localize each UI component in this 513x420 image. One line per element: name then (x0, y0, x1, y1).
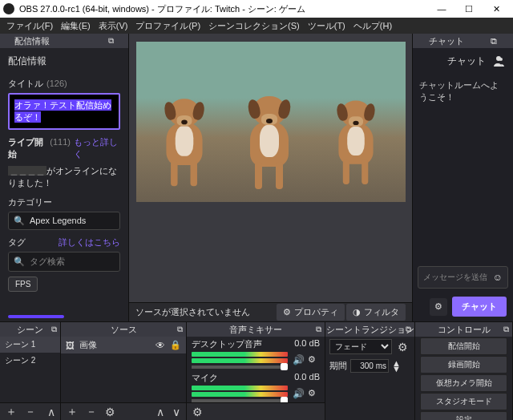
audio-meter (192, 352, 288, 357)
remove-source-button[interactable]: － (83, 405, 99, 419)
start-streaming-button[interactable]: 配信開始 (420, 337, 507, 355)
mute-button[interactable]: 🔊 (293, 354, 305, 365)
chat-dock-header[interactable]: チャット ⧉ (413, 34, 513, 48)
audio-mixer-dock: 音声ミキサー⧉ デスクトップ音声0.0 dB 🔊⚙ マイク0.0 dB (187, 322, 325, 420)
scene-up-button[interactable]: ∧ (45, 406, 58, 418)
preview-area: ソースが選択されていません ⚙プロパティ ◑フィルタ (129, 34, 412, 321)
visibility-toggle[interactable]: 👁 (156, 340, 165, 351)
preview-image (136, 42, 406, 202)
bottom-docks: シーン⧉ シーン 1 シーン 2 ＋ － ∧ ∨ ソース⧉ 🖼 画像 👁 🔒 ＋ (0, 321, 513, 420)
popout-icon[interactable]: ⧉ (316, 325, 321, 334)
category-input[interactable]: 🔍 Apex Legends (8, 212, 120, 230)
golive-notification-preview: ＿＿＿＿がオンラインになりました！ (8, 165, 120, 190)
obs-app-icon (3, 3, 14, 14)
menu-bar: ファイル(F) 編集(E) 表示(V) プロファイル(P) シーンコレクション(… (0, 18, 513, 34)
filters-button[interactable]: ◑フィルタ (346, 304, 406, 321)
popout-icon[interactable]: ⧉ (177, 325, 183, 334)
category-label: カテゴリー (8, 196, 120, 208)
start-recording-button[interactable]: 録画開始 (420, 356, 507, 374)
channel-settings-button[interactable]: ⚙ (308, 354, 316, 365)
studio-mode-button[interactable]: スタジオモード (420, 393, 507, 410)
chat-send-button[interactable]: チャット (452, 297, 507, 317)
close-button[interactable]: ✕ (483, 0, 510, 18)
menu-profile[interactable]: プロファイル(P) (132, 18, 204, 34)
popout-icon[interactable]: ⧉ (491, 36, 497, 46)
window-titlebar: OBS 27.0.0-rc1 (64-bit, windows) - プロファイ… (0, 0, 513, 18)
title-char-count: (126) (46, 79, 67, 88)
golive-more-link[interactable]: もっと詳しく (74, 136, 120, 160)
chat-settings-button[interactable]: ⚙ (430, 298, 447, 316)
tag-chip-fps[interactable]: FPS (8, 277, 38, 292)
volume-slider[interactable] (192, 365, 288, 369)
tag-search-input[interactable]: 🔍 タグ検索 (8, 252, 120, 272)
stream-title-input[interactable]: オラァ！テスト配信始めるぞ！ (8, 93, 120, 130)
transition-duration-input[interactable] (350, 359, 389, 373)
chat-welcome-text: チャットルームへようこそ！ (413, 75, 513, 263)
controls-dock: コントロール⧉ 配信開始 録画開始 仮想カメラ開始 スタジオモード 設定 終了 (415, 322, 513, 420)
minimize-button[interactable]: — (428, 0, 455, 18)
stream-info-dock-header[interactable]: 配信情報 ⧉ (0, 34, 128, 48)
scenes-dock: シーン⧉ シーン 1 シーン 2 ＋ － ∧ ∨ (0, 322, 61, 420)
chat-panel: チャット ⧉ チャット チャットルームへようこそ！ メッセージを送信 ☺ ⚙ チ… (412, 34, 513, 321)
menu-help[interactable]: ヘルプ(H) (350, 18, 395, 34)
community-icon[interactable] (492, 55, 505, 68)
lock-toggle[interactable]: 🔒 (170, 340, 181, 350)
add-source-button[interactable]: ＋ (64, 405, 80, 419)
mixer-channel: デスクトップ音声0.0 dB 🔊⚙ (187, 337, 325, 370)
volume-slider[interactable] (192, 399, 288, 402)
transition-settings-button[interactable]: ⚙ (395, 341, 410, 353)
gear-icon: ⚙ (434, 301, 442, 312)
menu-tools[interactable]: ツール(T) (305, 18, 349, 34)
scene-item[interactable]: シーン 2 (0, 353, 60, 369)
mixer-settings-button[interactable]: ⚙ (190, 406, 205, 418)
popout-icon[interactable]: ⧉ (51, 325, 57, 334)
menu-scenecollection[interactable]: シーンコレクション(S) (205, 18, 303, 34)
scene-item[interactable]: シーン 1 (0, 337, 60, 353)
channel-settings-button[interactable]: ⚙ (308, 388, 316, 398)
source-toolbar: ソースが選択されていません ⚙プロパティ ◑フィルタ (129, 302, 412, 321)
golive-label: ライブ開始 (8, 136, 46, 160)
sources-list[interactable]: 🖼 画像 👁 🔒 (61, 337, 186, 402)
popout-icon[interactable]: ⧉ (108, 36, 114, 46)
start-virtualcam-button[interactable]: 仮想カメラ開始 (420, 374, 507, 392)
popout-icon[interactable]: ⧉ (406, 325, 411, 334)
mute-button[interactable]: 🔊 (293, 388, 305, 399)
gear-icon: ⚙ (283, 307, 291, 317)
scenes-list[interactable]: シーン 1 シーン 2 (0, 337, 60, 402)
add-scene-button[interactable]: ＋ (3, 405, 19, 419)
popout-icon[interactable]: ⧉ (503, 325, 509, 334)
tag-label: タグ (8, 236, 26, 248)
stream-info-title: 配信情報 (0, 48, 128, 75)
chat-header-label: チャット (447, 55, 486, 68)
remove-scene-button[interactable]: － (22, 405, 38, 419)
filters-icon: ◑ (353, 307, 361, 317)
transition-select[interactable]: フェード (329, 339, 392, 354)
menu-edit[interactable]: 編集(E) (58, 18, 94, 34)
emote-icon[interactable]: ☺ (493, 272, 503, 283)
panel-accent (8, 315, 64, 318)
source-props-button[interactable]: ⚙ (103, 406, 118, 418)
title-field-label: タイトル (8, 78, 43, 90)
maximize-button[interactable]: ☐ (455, 0, 483, 18)
tag-more-link[interactable]: 詳しくはこちら (59, 236, 120, 248)
source-down-button[interactable]: ∨ (170, 406, 183, 418)
sources-dock: ソース⧉ 🖼 画像 👁 🔒 ＋ － ⚙ ∧ ∨ (61, 322, 187, 420)
settings-button[interactable]: 設定 (420, 411, 507, 420)
audio-meter (192, 386, 288, 390)
properties-button[interactable]: ⚙プロパティ (277, 304, 345, 321)
window-title: OBS 27.0.0-rc1 (64-bit, windows) - プロファイ… (19, 3, 428, 15)
mixer-channel: マイク0.0 dB 🔊⚙ (187, 370, 325, 402)
chat-message-input[interactable]: メッセージを送信 ☺ (418, 266, 508, 289)
program-preview[interactable] (129, 34, 412, 302)
no-source-label: ソースが選択されていません (135, 306, 250, 318)
transitions-dock: シーントランジション⧉ フェード ⚙ 期間 ▲▼ (325, 322, 415, 420)
source-up-button[interactable]: ∧ (154, 406, 167, 418)
audio-meter (192, 358, 288, 363)
menu-view[interactable]: 表示(V) (95, 18, 131, 34)
stream-info-panel: 配信情報 ⧉ 配信情報 タイトル (126) オラァ！テスト配信始めるぞ！ ライ… (0, 34, 129, 321)
duration-down[interactable]: ▼ (392, 366, 401, 372)
audio-meter (192, 392, 288, 397)
source-item[interactable]: 🖼 画像 👁 🔒 (61, 337, 186, 353)
image-icon: 🖼 (66, 341, 75, 350)
menu-file[interactable]: ファイル(F) (3, 18, 56, 34)
